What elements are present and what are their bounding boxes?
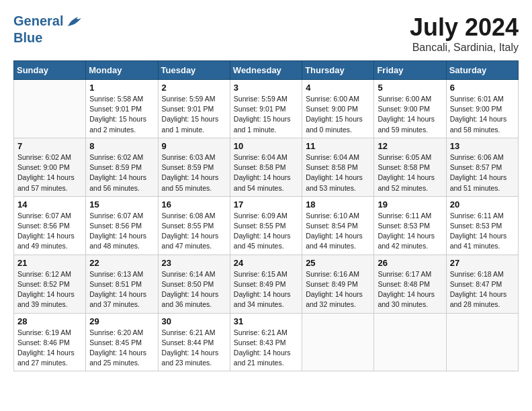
calendar-cell: 27Sunrise: 6:18 AM Sunset: 8:47 PM Dayli… — [446, 255, 518, 313]
day-number: 23 — [162, 258, 226, 268]
calendar-cell: 28Sunrise: 6:19 AM Sunset: 8:46 PM Dayli… — [14, 313, 86, 371]
calendar-cell: 19Sunrise: 6:11 AM Sunset: 8:53 PM Dayli… — [374, 196, 446, 255]
day-info: Sunrise: 6:07 AM Sunset: 8:56 PM Dayligh… — [89, 211, 154, 252]
day-info: Sunrise: 6:07 AM Sunset: 8:56 PM Dayligh… — [17, 211, 82, 252]
calendar-header-row: SundayMondayTuesdayWednesdayThursdayFrid… — [14, 61, 519, 80]
calendar-cell: 16Sunrise: 6:08 AM Sunset: 8:55 PM Dayli… — [158, 196, 230, 255]
day-info: Sunrise: 6:10 AM Sunset: 8:54 PM Dayligh… — [306, 211, 370, 252]
day-number: 6 — [450, 83, 515, 93]
calendar-cell: 9Sunrise: 6:03 AM Sunset: 8:59 PM Daylig… — [158, 138, 230, 196]
day-number: 7 — [17, 141, 82, 151]
page-header: General Blue July 2024 Bancali, Sardinia… — [13, 13, 519, 54]
calendar-cell: 6Sunrise: 6:01 AM Sunset: 9:00 PM Daylig… — [446, 80, 518, 138]
location-subtitle: Bancali, Sardinia, Italy — [410, 42, 519, 54]
day-number: 24 — [234, 258, 298, 268]
calendar-cell: 2Sunrise: 5:59 AM Sunset: 9:01 PM Daylig… — [158, 80, 230, 138]
calendar-cell — [302, 313, 374, 371]
calendar-cell — [374, 313, 446, 371]
day-info: Sunrise: 6:16 AM Sunset: 8:49 PM Dayligh… — [306, 269, 370, 310]
calendar-cell: 8Sunrise: 6:02 AM Sunset: 8:59 PM Daylig… — [86, 138, 158, 196]
day-info: Sunrise: 6:01 AM Sunset: 9:00 PM Dayligh… — [450, 94, 515, 135]
day-number: 1 — [89, 83, 154, 93]
day-info: Sunrise: 5:59 AM Sunset: 9:01 PM Dayligh… — [162, 94, 226, 135]
day-info: Sunrise: 6:09 AM Sunset: 8:55 PM Dayligh… — [234, 211, 298, 252]
calendar-cell: 13Sunrise: 6:06 AM Sunset: 8:57 PM Dayli… — [446, 138, 518, 196]
calendar-cell: 1Sunrise: 5:58 AM Sunset: 9:01 PM Daylig… — [86, 80, 158, 138]
day-number: 10 — [234, 141, 298, 151]
calendar-cell: 25Sunrise: 6:16 AM Sunset: 8:49 PM Dayli… — [302, 255, 374, 313]
day-info: Sunrise: 6:04 AM Sunset: 8:58 PM Dayligh… — [234, 152, 298, 193]
day-number: 26 — [378, 258, 442, 268]
calendar-week-row: 28Sunrise: 6:19 AM Sunset: 8:46 PM Dayli… — [14, 313, 519, 371]
calendar-cell: 10Sunrise: 6:04 AM Sunset: 8:58 PM Dayli… — [230, 138, 302, 196]
header-thursday: Thursday — [302, 61, 374, 80]
calendar-cell: 15Sunrise: 6:07 AM Sunset: 8:56 PM Dayli… — [86, 196, 158, 255]
day-info: Sunrise: 5:59 AM Sunset: 9:01 PM Dayligh… — [234, 94, 298, 135]
day-info: Sunrise: 6:03 AM Sunset: 8:59 PM Dayligh… — [162, 152, 226, 193]
day-info: Sunrise: 6:12 AM Sunset: 8:52 PM Dayligh… — [17, 269, 82, 310]
day-info: Sunrise: 6:21 AM Sunset: 8:43 PM Dayligh… — [234, 328, 298, 369]
header-wednesday: Wednesday — [230, 61, 302, 80]
day-number: 11 — [306, 141, 370, 151]
day-number: 17 — [234, 199, 298, 210]
day-info: Sunrise: 6:17 AM Sunset: 8:48 PM Dayligh… — [378, 269, 442, 310]
header-tuesday: Tuesday — [158, 61, 230, 80]
title-block: July 2024 Bancali, Sardinia, Italy — [410, 13, 519, 54]
day-info: Sunrise: 6:04 AM Sunset: 8:58 PM Dayligh… — [306, 152, 370, 193]
calendar-cell: 4Sunrise: 6:00 AM Sunset: 9:00 PM Daylig… — [302, 80, 374, 138]
day-info: Sunrise: 6:11 AM Sunset: 8:53 PM Dayligh… — [450, 211, 515, 252]
day-info: Sunrise: 6:14 AM Sunset: 8:50 PM Dayligh… — [162, 269, 226, 310]
logo-bird-icon — [64, 14, 85, 30]
calendar-cell: 30Sunrise: 6:21 AM Sunset: 8:44 PM Dayli… — [158, 313, 230, 371]
calendar-cell: 21Sunrise: 6:12 AM Sunset: 8:52 PM Dayli… — [14, 255, 86, 313]
day-info: Sunrise: 6:21 AM Sunset: 8:44 PM Dayligh… — [162, 328, 226, 369]
day-info: Sunrise: 6:08 AM Sunset: 8:55 PM Dayligh… — [162, 211, 226, 252]
day-number: 18 — [306, 199, 370, 210]
day-number: 14 — [17, 199, 82, 210]
calendar-cell: 3Sunrise: 5:59 AM Sunset: 9:01 PM Daylig… — [230, 80, 302, 138]
day-number: 13 — [450, 141, 515, 151]
header-monday: Monday — [86, 61, 158, 80]
calendar-cell: 23Sunrise: 6:14 AM Sunset: 8:50 PM Dayli… — [158, 255, 230, 313]
calendar-table: SundayMondayTuesdayWednesdayThursdayFrid… — [13, 60, 519, 371]
day-number: 28 — [17, 316, 82, 326]
day-number: 12 — [378, 141, 442, 151]
calendar-cell: 12Sunrise: 6:05 AM Sunset: 8:58 PM Dayli… — [374, 138, 446, 196]
day-number: 8 — [89, 141, 154, 151]
day-info: Sunrise: 5:58 AM Sunset: 9:01 PM Dayligh… — [89, 94, 154, 135]
calendar-cell: 22Sunrise: 6:13 AM Sunset: 8:51 PM Dayli… — [86, 255, 158, 313]
calendar-week-row: 1Sunrise: 5:58 AM Sunset: 9:01 PM Daylig… — [14, 80, 519, 138]
day-info: Sunrise: 6:02 AM Sunset: 8:59 PM Dayligh… — [89, 152, 154, 193]
calendar-cell: 29Sunrise: 6:20 AM Sunset: 8:45 PM Dayli… — [86, 313, 158, 371]
calendar-cell: 17Sunrise: 6:09 AM Sunset: 8:55 PM Dayli… — [230, 196, 302, 255]
day-number: 22 — [89, 258, 154, 268]
header-friday: Friday — [374, 61, 446, 80]
day-number: 20 — [450, 199, 515, 210]
day-number: 30 — [162, 316, 226, 326]
day-number: 16 — [162, 199, 226, 210]
day-number: 31 — [234, 316, 298, 326]
day-number: 21 — [17, 258, 82, 268]
calendar-cell: 24Sunrise: 6:15 AM Sunset: 8:49 PM Dayli… — [230, 255, 302, 313]
day-info: Sunrise: 6:02 AM Sunset: 9:00 PM Dayligh… — [17, 152, 82, 193]
logo-general: General — [13, 13, 63, 28]
calendar-week-row: 21Sunrise: 6:12 AM Sunset: 8:52 PM Dayli… — [14, 255, 519, 313]
calendar-cell: 20Sunrise: 6:11 AM Sunset: 8:53 PM Dayli… — [446, 196, 518, 255]
day-number: 4 — [306, 83, 370, 93]
calendar-cell — [14, 80, 86, 138]
day-number: 15 — [89, 199, 154, 210]
day-number: 2 — [162, 83, 226, 93]
header-saturday: Saturday — [446, 61, 518, 80]
calendar-cell: 26Sunrise: 6:17 AM Sunset: 8:48 PM Dayli… — [374, 255, 446, 313]
day-number: 3 — [234, 83, 298, 93]
calendar-cell: 5Sunrise: 6:00 AM Sunset: 9:00 PM Daylig… — [374, 80, 446, 138]
day-number: 27 — [450, 258, 515, 268]
day-number: 5 — [378, 83, 442, 93]
day-info: Sunrise: 6:20 AM Sunset: 8:45 PM Dayligh… — [89, 328, 154, 369]
calendar-cell: 14Sunrise: 6:07 AM Sunset: 8:56 PM Dayli… — [14, 196, 86, 255]
day-info: Sunrise: 6:18 AM Sunset: 8:47 PM Dayligh… — [450, 269, 515, 310]
day-number: 9 — [162, 141, 226, 151]
day-info: Sunrise: 6:13 AM Sunset: 8:51 PM Dayligh… — [89, 269, 154, 310]
logo: General Blue — [13, 13, 85, 45]
header-sunday: Sunday — [14, 61, 86, 80]
